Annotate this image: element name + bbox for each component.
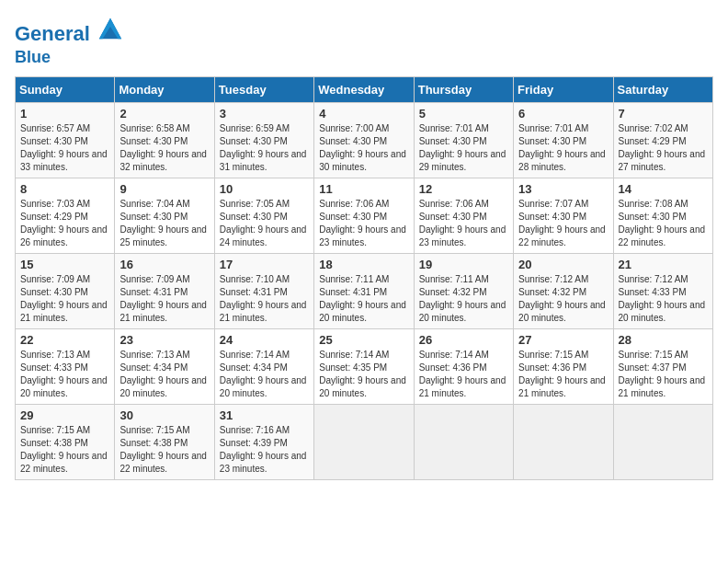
- day-number: 2: [119, 107, 209, 121]
- day-info: Sunrise: 7:02 AMSunset: 4:29 PMDaylight:…: [619, 122, 708, 174]
- calendar-day-18: 18Sunrise: 7:11 AMSunset: 4:31 PMDayligh…: [314, 254, 414, 329]
- calendar-day-5: 5Sunrise: 7:01 AMSunset: 4:30 PMDaylight…: [414, 103, 513, 178]
- calendar-day-9: 9Sunrise: 7:04 AMSunset: 4:30 PMDaylight…: [115, 178, 214, 254]
- day-number: 17: [220, 258, 309, 271]
- day-number: 27: [518, 333, 608, 347]
- day-info: Sunrise: 7:16 AMSunset: 4:39 PMDaylight:…: [220, 424, 309, 476]
- calendar-day-24: 24Sunrise: 7:14 AMSunset: 4:34 PMDayligh…: [214, 329, 313, 405]
- day-info: Sunrise: 7:12 AMSunset: 4:32 PMDaylight:…: [518, 273, 608, 325]
- calendar-day-21: 21Sunrise: 7:12 AMSunset: 4:33 PMDayligh…: [613, 254, 712, 329]
- day-number: 28: [619, 333, 708, 347]
- weekday-header-sunday: Sunday: [16, 77, 115, 103]
- day-info: Sunrise: 7:07 AMSunset: 4:30 PMDaylight:…: [518, 198, 608, 249]
- weekday-header-wednesday: Wednesday: [314, 77, 414, 103]
- calendar-day-4: 4Sunrise: 7:00 AMSunset: 4:30 PMDaylight…: [314, 103, 414, 178]
- day-info: Sunrise: 7:04 AMSunset: 4:30 PMDaylight:…: [119, 198, 209, 249]
- day-number: 10: [220, 182, 309, 196]
- calendar-day-12: 12Sunrise: 7:06 AMSunset: 4:30 PMDayligh…: [414, 178, 513, 254]
- calendar-day-25: 25Sunrise: 7:14 AMSunset: 4:35 PMDayligh…: [314, 329, 414, 405]
- day-info: Sunrise: 7:15 AMSunset: 4:38 PMDaylight:…: [119, 424, 209, 476]
- day-number: 13: [518, 182, 608, 196]
- day-info: Sunrise: 7:14 AMSunset: 4:35 PMDaylight:…: [319, 349, 408, 400]
- logo-general: General: [15, 22, 90, 45]
- calendar-week-4: 29Sunrise: 7:15 AMSunset: 4:38 PMDayligh…: [16, 405, 713, 480]
- day-number: 3: [220, 107, 309, 121]
- day-info: Sunrise: 7:09 AMSunset: 4:31 PMDaylight:…: [119, 273, 209, 325]
- calendar-day-3: 3Sunrise: 6:59 AMSunset: 4:30 PMDaylight…: [214, 103, 313, 178]
- calendar-day-empty: [414, 405, 513, 480]
- calendar-day-11: 11Sunrise: 7:06 AMSunset: 4:30 PMDayligh…: [314, 178, 414, 254]
- day-info: Sunrise: 7:14 AMSunset: 4:34 PMDaylight:…: [220, 349, 309, 400]
- calendar-day-empty: [613, 405, 712, 480]
- weekday-header-tuesday: Tuesday: [214, 77, 313, 103]
- day-info: Sunrise: 7:03 AMSunset: 4:29 PMDaylight:…: [20, 198, 109, 249]
- day-info: Sunrise: 7:00 AMSunset: 4:30 PMDaylight:…: [319, 122, 408, 174]
- day-info: Sunrise: 6:58 AMSunset: 4:30 PMDaylight:…: [119, 122, 209, 174]
- calendar-day-20: 20Sunrise: 7:12 AMSunset: 4:32 PMDayligh…: [514, 254, 613, 329]
- day-number: 20: [518, 258, 608, 271]
- day-info: Sunrise: 7:11 AMSunset: 4:32 PMDaylight:…: [419, 273, 508, 325]
- day-info: Sunrise: 7:14 AMSunset: 4:36 PMDaylight:…: [419, 349, 508, 400]
- day-info: Sunrise: 7:15 AMSunset: 4:38 PMDaylight:…: [20, 424, 109, 476]
- calendar-day-10: 10Sunrise: 7:05 AMSunset: 4:30 PMDayligh…: [214, 178, 313, 254]
- calendar-day-17: 17Sunrise: 7:10 AMSunset: 4:31 PMDayligh…: [214, 254, 313, 329]
- logo-icon: [97, 15, 123, 40]
- day-info: Sunrise: 6:57 AMSunset: 4:30 PMDaylight:…: [20, 122, 109, 174]
- day-number: 26: [419, 333, 508, 347]
- day-number: 22: [20, 333, 109, 347]
- day-number: 31: [220, 408, 309, 422]
- calendar-day-13: 13Sunrise: 7:07 AMSunset: 4:30 PMDayligh…: [514, 178, 613, 254]
- day-number: 16: [119, 258, 209, 271]
- calendar-day-19: 19Sunrise: 7:11 AMSunset: 4:32 PMDayligh…: [414, 254, 513, 329]
- calendar-day-26: 26Sunrise: 7:14 AMSunset: 4:36 PMDayligh…: [414, 329, 513, 405]
- day-number: 14: [619, 182, 708, 196]
- calendar-day-30: 30Sunrise: 7:15 AMSunset: 4:38 PMDayligh…: [115, 405, 214, 480]
- calendar-week-2: 15Sunrise: 7:09 AMSunset: 4:30 PMDayligh…: [16, 254, 713, 329]
- calendar-day-8: 8Sunrise: 7:03 AMSunset: 4:29 PMDaylight…: [16, 178, 115, 254]
- day-info: Sunrise: 7:13 AMSunset: 4:33 PMDaylight:…: [20, 349, 109, 400]
- day-number: 29: [20, 408, 109, 422]
- calendar-table: SundayMondayTuesdayWednesdayThursdayFrid…: [15, 76, 713, 480]
- day-number: 12: [419, 182, 508, 196]
- calendar-day-31: 31Sunrise: 7:16 AMSunset: 4:39 PMDayligh…: [214, 405, 313, 480]
- calendar-day-27: 27Sunrise: 7:15 AMSunset: 4:36 PMDayligh…: [514, 329, 613, 405]
- day-info: Sunrise: 7:01 AMSunset: 4:30 PMDaylight:…: [419, 122, 508, 174]
- calendar-day-28: 28Sunrise: 7:15 AMSunset: 4:37 PMDayligh…: [613, 329, 712, 405]
- day-number: 19: [419, 258, 508, 271]
- day-info: Sunrise: 7:10 AMSunset: 4:31 PMDaylight:…: [220, 273, 309, 325]
- day-number: 11: [319, 182, 408, 196]
- day-info: Sunrise: 7:06 AMSunset: 4:30 PMDaylight:…: [319, 198, 408, 249]
- calendar-day-15: 15Sunrise: 7:09 AMSunset: 4:30 PMDayligh…: [16, 254, 115, 329]
- day-info: Sunrise: 7:15 AMSunset: 4:36 PMDaylight:…: [518, 349, 608, 400]
- weekday-header-thursday: Thursday: [414, 77, 513, 103]
- calendar-day-7: 7Sunrise: 7:02 AMSunset: 4:29 PMDaylight…: [613, 103, 712, 178]
- weekday-header-friday: Friday: [514, 77, 613, 103]
- calendar-day-14: 14Sunrise: 7:08 AMSunset: 4:30 PMDayligh…: [613, 178, 712, 254]
- calendar-day-2: 2Sunrise: 6:58 AMSunset: 4:30 PMDaylight…: [115, 103, 214, 178]
- day-info: Sunrise: 7:06 AMSunset: 4:30 PMDaylight:…: [419, 198, 508, 249]
- day-number: 15: [20, 258, 109, 271]
- calendar-week-1: 8Sunrise: 7:03 AMSunset: 4:29 PMDaylight…: [16, 178, 713, 254]
- day-number: 5: [419, 107, 508, 121]
- day-info: Sunrise: 7:09 AMSunset: 4:30 PMDaylight:…: [20, 273, 109, 325]
- logo: General Blue: [15, 15, 123, 67]
- weekday-header-saturday: Saturday: [613, 77, 712, 103]
- day-number: 9: [119, 182, 209, 196]
- day-number: 1: [20, 107, 109, 121]
- calendar-day-6: 6Sunrise: 7:01 AMSunset: 4:30 PMDaylight…: [514, 103, 613, 178]
- calendar-day-empty: [314, 405, 414, 480]
- logo-blue: Blue: [15, 48, 51, 66]
- day-number: 4: [319, 107, 408, 121]
- day-number: 6: [518, 107, 608, 121]
- day-info: Sunrise: 7:12 AMSunset: 4:33 PMDaylight:…: [619, 273, 708, 325]
- calendar-day-29: 29Sunrise: 7:15 AMSunset: 4:38 PMDayligh…: [16, 405, 115, 480]
- day-number: 18: [319, 258, 408, 271]
- day-number: 21: [619, 258, 708, 271]
- day-number: 23: [119, 333, 209, 347]
- day-number: 30: [119, 408, 209, 422]
- day-info: Sunrise: 7:11 AMSunset: 4:31 PMDaylight:…: [319, 273, 408, 325]
- calendar-day-22: 22Sunrise: 7:13 AMSunset: 4:33 PMDayligh…: [16, 329, 115, 405]
- page-header: General Blue: [15, 15, 713, 67]
- day-number: 25: [319, 333, 408, 347]
- day-info: Sunrise: 6:59 AMSunset: 4:30 PMDaylight:…: [220, 122, 309, 174]
